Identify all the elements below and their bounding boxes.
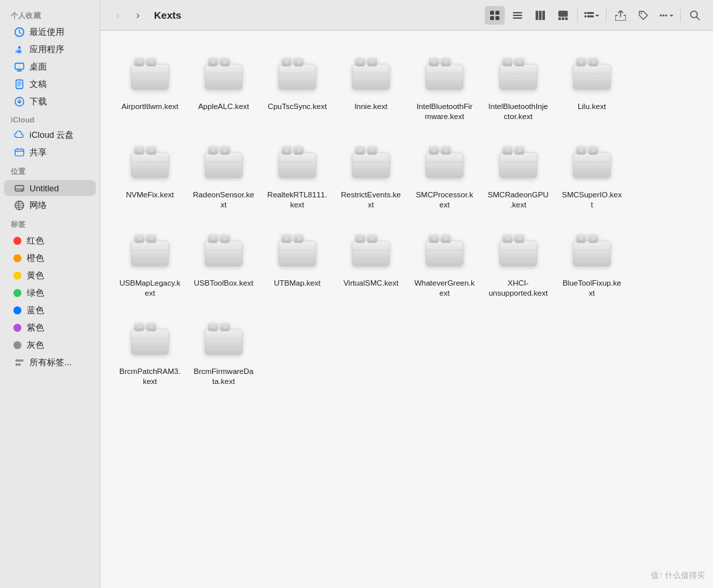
forward-button[interactable]: › [129, 6, 147, 25]
kext-label: USBToolBox.kext [194, 278, 254, 288]
svg-rect-45 [205, 64, 242, 90]
svg-rect-181 [580, 237, 583, 240]
kext-item[interactable]: SMCProcessor.kext [411, 132, 478, 214]
list-view-button[interactable] [507, 6, 528, 25]
kext-icon [420, 138, 469, 186]
svg-rect-20 [513, 15, 522, 16]
kext-item[interactable]: USBMapLegacy.kext [116, 221, 183, 302]
tag-purple-dot [13, 324, 21, 332]
group-view-button[interactable] [582, 6, 602, 25]
sidebar-section-favorites: 个人收藏 [0, 5, 100, 23]
kext-icon [494, 50, 542, 98]
svg-rect-23 [539, 11, 542, 20]
sidebar-item-tag-red[interactable]: 红色 [4, 233, 96, 249]
kext-icon [126, 226, 174, 274]
kext-item[interactable]: RestrictEvents.kext [337, 132, 404, 214]
kext-label: WhateverGreen.kext [414, 278, 475, 298]
back-button[interactable]: ‹ [108, 6, 127, 25]
sidebar-item-icloud-label: iCloud 云盘 [29, 129, 74, 141]
kext-item[interactable]: IntelBluetoothFirmware.kext [411, 44, 478, 126]
kext-item[interactable]: BlueToolFixup.kext [558, 221, 625, 302]
sidebar-item-network-label: 网络 [29, 199, 47, 211]
sidebar-item-apps[interactable]: 应用程序 [4, 41, 96, 58]
svg-rect-160 [359, 237, 362, 240]
kext-item[interactable]: RadeonSensor.kext [190, 132, 257, 214]
svg-rect-125 [506, 149, 509, 152]
svg-rect-28 [565, 17, 568, 20]
kext-item[interactable]: SMCRadeonGPU.kext [485, 132, 552, 214]
sidebar-item-tag-gray[interactable]: 灰色 [4, 337, 96, 353]
kext-item[interactable]: UTBMap.kext [264, 221, 331, 302]
kext-icon [200, 226, 248, 274]
svg-rect-90 [138, 149, 141, 152]
more-button[interactable] [656, 6, 676, 25]
sidebar-item-shared[interactable]: 共享 [4, 144, 96, 161]
kext-label: USBMapLegacy.kext [119, 278, 181, 298]
kext-item[interactable]: AppleALC.kext [190, 44, 257, 126]
sidebar-item-tag-orange[interactable]: 橙色 [4, 250, 96, 266]
kext-item[interactable]: VirtualSMC.kext [337, 221, 404, 302]
tag-button[interactable] [633, 6, 653, 25]
kext-icon [568, 138, 616, 186]
svg-rect-94 [205, 153, 242, 178]
kext-item[interactable]: Innie.kext [337, 44, 404, 126]
sidebar-item-untitled[interactable]: Untitled [4, 180, 96, 196]
search-button[interactable] [685, 6, 705, 25]
sidebar-item-all-tags[interactable]: 所有标签... [4, 355, 96, 371]
tag-orange-dot [13, 254, 21, 262]
kext-item[interactable]: Lilu.kext [558, 44, 625, 126]
svg-rect-31 [584, 15, 586, 17]
kext-icon [347, 50, 395, 98]
svg-rect-174 [506, 237, 509, 240]
kext-label: UTBMap.kext [274, 278, 321, 288]
kext-item[interactable]: BrcmFirmwareData.kext [190, 309, 257, 391]
tag-green-label: 绿色 [27, 287, 44, 299]
kext-item[interactable]: USBToolBox.kext [190, 221, 257, 302]
tag-gray-dot [13, 341, 21, 349]
sidebar-item-desktop[interactable]: 桌面 [4, 59, 96, 75]
svg-rect-105 [297, 149, 301, 152]
docs-icon [13, 78, 25, 90]
sidebar-item-shared-label: 共享 [29, 146, 47, 159]
kext-label: IntelBluetoothInjector.kext [487, 102, 549, 122]
sidebar-item-docs[interactable]: 文稿 [4, 76, 96, 92]
kext-item[interactable]: IntelBluetoothInjector.kext [485, 44, 552, 126]
svg-rect-30 [587, 12, 594, 14]
sidebar-item-tag-green[interactable]: 绿色 [4, 285, 96, 301]
kext-label: SMCSuperIO.kext [561, 190, 623, 210]
share-button[interactable] [611, 6, 631, 25]
svg-rect-154 [297, 237, 301, 240]
kext-icon [200, 50, 248, 98]
grid-view-button[interactable] [485, 6, 505, 25]
column-view-button[interactable] [530, 6, 550, 25]
sidebar-item-tag-yellow[interactable]: 黄色 [4, 268, 96, 284]
sidebar-item-downloads[interactable]: 下载 [4, 94, 96, 110]
kext-item[interactable]: NVMeFix.kext [116, 132, 183, 214]
kext-icon [568, 226, 616, 274]
svg-rect-188 [138, 325, 141, 328]
kext-item[interactable]: RealtekRTL8111.kext [264, 132, 331, 214]
kext-item[interactable]: WhateverGreen.kext [411, 221, 478, 302]
tag-red-label: 红色 [27, 235, 44, 247]
kext-label: Lilu.kext [578, 102, 606, 112]
kext-item[interactable]: BrcmPatchRAM3.kext [116, 309, 183, 391]
sidebar-item-recent[interactable]: 最近使用 [4, 24, 96, 40]
gallery-view-button[interactable] [553, 6, 573, 25]
kext-item[interactable]: XHCI-unsupported.kext [485, 221, 552, 302]
kext-item[interactable]: CpuTscSync.kext [264, 44, 331, 126]
svg-rect-16 [495, 11, 499, 15]
sidebar-item-tag-purple[interactable]: 紫色 [4, 320, 96, 336]
svg-rect-133 [592, 149, 595, 152]
svg-rect-80 [573, 64, 611, 90]
toolbar: ‹ › Kexts [100, 0, 713, 31]
kext-item[interactable]: SMCSuperIO.kext [558, 132, 625, 214]
svg-rect-15 [490, 11, 494, 15]
svg-rect-52 [279, 64, 316, 90]
sidebar-item-tag-blue[interactable]: 蓝色 [4, 302, 96, 318]
kext-label: AirportItlwm.kext [122, 102, 179, 112]
svg-rect-55 [285, 60, 289, 64]
svg-point-14 [18, 363, 21, 366]
sidebar-item-network[interactable]: 网络 [4, 197, 96, 213]
kext-item[interactable]: AirportItlwm.kext [116, 44, 183, 126]
sidebar-item-icloud[interactable]: iCloud 云盘 [4, 127, 96, 143]
